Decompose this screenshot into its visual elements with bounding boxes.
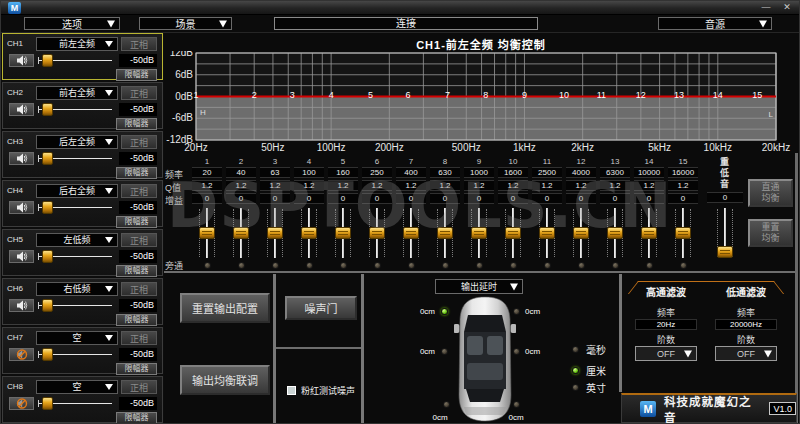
- limiter-button[interactable]: 限幅器: [116, 412, 157, 424]
- band-freq-value[interactable]: 10000: [634, 167, 664, 178]
- channel-volume-handle[interactable]: [42, 54, 53, 67]
- unit-radio[interactable]: [572, 346, 579, 353]
- band-q-value[interactable]: 1.2: [464, 180, 494, 191]
- band-bypass-radio[interactable]: [408, 262, 415, 269]
- band-q-value[interactable]: 1.2: [600, 180, 630, 191]
- channel-volume-slider[interactable]: [38, 299, 114, 312]
- eq-band-slider-handle[interactable]: [335, 227, 351, 239]
- band-freq-value[interactable]: 250: [362, 167, 392, 178]
- eq-band-slider[interactable]: [360, 206, 394, 260]
- band-freq-value[interactable]: 630: [430, 167, 460, 178]
- band-gain-value[interactable]: 0: [634, 193, 664, 204]
- eq-band-slider-handle[interactable]: [675, 227, 691, 239]
- eq-band-slider[interactable]: [598, 206, 632, 260]
- band-q-value[interactable]: 1.2: [566, 180, 596, 191]
- band-q-value[interactable]: 1.2: [294, 180, 324, 191]
- band-gain-value[interactable]: 0: [260, 193, 290, 204]
- pink-noise-checkbox-row[interactable]: 粉红测试噪声: [287, 384, 355, 397]
- eq-band-slider[interactable]: [190, 206, 224, 260]
- delay-position-radio[interactable]: [443, 401, 450, 408]
- hpf-order-dropdown[interactable]: OFF: [635, 346, 697, 361]
- band-gain-value[interactable]: 0: [668, 193, 698, 204]
- band-bypass-radio[interactable]: [238, 262, 245, 269]
- band-freq-value[interactable]: 100: [294, 167, 324, 178]
- band-q-value[interactable]: 1.2: [260, 180, 290, 191]
- band-freq-value[interactable]: 4000: [566, 167, 596, 178]
- channel-volume-slider[interactable]: [38, 103, 114, 116]
- band-freq-value[interactable]: 63: [260, 167, 290, 178]
- channel-type-dropdown[interactable]: 空: [36, 380, 118, 394]
- band-freq-value[interactable]: 400: [396, 167, 426, 178]
- band-bypass-radio[interactable]: [476, 262, 483, 269]
- band-bypass-radio[interactable]: [204, 262, 211, 269]
- band-q-value[interactable]: 1.2: [532, 180, 562, 191]
- channel-volume-slider[interactable]: [38, 201, 114, 214]
- eq-band-slider-handle[interactable]: [641, 227, 657, 239]
- speaker-mute-button[interactable]: [9, 348, 34, 361]
- delay-position-radio[interactable]: [441, 308, 448, 315]
- band-gain-value[interactable]: 0: [362, 193, 392, 204]
- band-gain-value[interactable]: 0: [532, 193, 562, 204]
- delay-position-radio[interactable]: [513, 348, 520, 355]
- connect-button[interactable]: 连接: [274, 17, 538, 30]
- band-bypass-radio[interactable]: [612, 262, 619, 269]
- band-bypass-radio[interactable]: [578, 262, 585, 269]
- eq-band-slider[interactable]: [394, 206, 428, 260]
- band-freq-value[interactable]: 160: [328, 167, 358, 178]
- eq-band-slider[interactable]: [292, 206, 326, 260]
- band-bypass-radio[interactable]: [544, 262, 551, 269]
- channel-volume-slider[interactable]: [38, 250, 114, 263]
- eq-band-slider-handle[interactable]: [403, 227, 419, 239]
- unit-radio-row[interactable]: 厘米: [572, 365, 606, 375]
- speaker-mute-button[interactable]: [9, 250, 34, 263]
- eq-band-slider-handle[interactable]: [471, 227, 487, 239]
- band-bypass-radio[interactable]: [374, 262, 381, 269]
- band-freq-value[interactable]: 1000: [464, 167, 494, 178]
- channel-volume-slider[interactable]: [38, 152, 114, 165]
- channel-volume-slider[interactable]: [38, 54, 114, 67]
- eq-band-slider[interactable]: [326, 206, 360, 260]
- band-freq-value[interactable]: 6300: [600, 167, 630, 178]
- band-freq-value[interactable]: 40: [226, 167, 256, 178]
- speaker-mute-button[interactable]: [9, 201, 34, 214]
- band-gain-value[interactable]: 0: [328, 193, 358, 204]
- eq-band-slider-handle[interactable]: [573, 227, 589, 239]
- band-q-value[interactable]: 1.2: [192, 180, 222, 191]
- band-bypass-radio[interactable]: [646, 262, 653, 269]
- channel-type-dropdown[interactable]: 前右全频: [36, 86, 118, 100]
- phase-button[interactable]: 正相: [121, 86, 157, 100]
- output-eq-link-button[interactable]: 输出均衡联调: [180, 365, 270, 395]
- phase-button[interactable]: 正相: [121, 331, 157, 345]
- band-freq-value[interactable]: 16000: [668, 167, 698, 178]
- options-dropdown[interactable]: 选项: [24, 17, 120, 30]
- band-q-value[interactable]: 1.2: [362, 180, 392, 191]
- channel-volume-handle[interactable]: [42, 152, 53, 165]
- band-bypass-radio[interactable]: [272, 262, 279, 269]
- delay-position-radio[interactable]: [513, 401, 520, 408]
- channel-type-dropdown[interactable]: 左低频: [36, 233, 118, 247]
- noise-gate-button[interactable]: 噪声门: [285, 296, 357, 320]
- subwoofer-slider-handle[interactable]: [717, 246, 733, 258]
- band-q-value[interactable]: 1.2: [668, 180, 698, 191]
- channel-type-dropdown[interactable]: 右低频: [36, 282, 118, 296]
- delay-position-radio[interactable]: [441, 348, 448, 355]
- eq-band-slider-handle[interactable]: [199, 227, 215, 239]
- band-gain-value[interactable]: 0: [464, 193, 494, 204]
- eq-band-slider[interactable]: [428, 206, 462, 260]
- minimize-button[interactable]: —: [757, 1, 775, 14]
- channel-volume-slider[interactable]: [38, 348, 114, 361]
- band-bypass-radio[interactable]: [510, 262, 517, 269]
- band-q-value[interactable]: 1.2: [328, 180, 358, 191]
- channel-volume-handle[interactable]: [42, 201, 53, 214]
- eq-band-slider[interactable]: [666, 206, 700, 260]
- band-q-value[interactable]: 1.2: [430, 180, 460, 191]
- phase-button[interactable]: 正相: [121, 282, 157, 296]
- audio-source-dropdown[interactable]: 音源: [658, 17, 772, 30]
- speaker-mute-button[interactable]: [9, 54, 34, 67]
- band-gain-value[interactable]: 0: [498, 193, 528, 204]
- eq-band-slider-handle[interactable]: [267, 227, 283, 239]
- band-gain-value[interactable]: 0: [294, 193, 324, 204]
- phase-button[interactable]: 正相: [121, 135, 157, 149]
- channel-type-dropdown[interactable]: 前左全频: [36, 37, 118, 51]
- eq-band-slider[interactable]: [632, 206, 666, 260]
